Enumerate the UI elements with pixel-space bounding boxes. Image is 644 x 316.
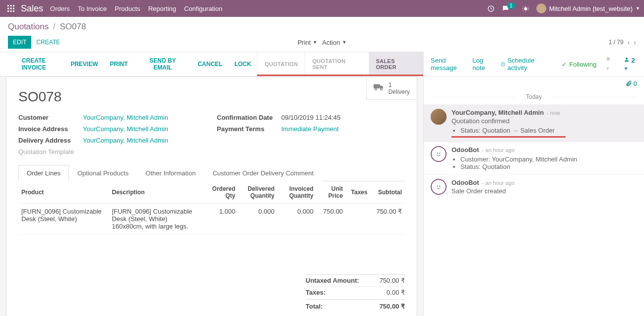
print-button[interactable]: PRINT xyxy=(104,52,134,76)
nav-products[interactable]: Products xyxy=(115,5,140,12)
chatter-topbar: Send message Log note Schedule activity … xyxy=(424,52,644,77)
svg-rect-7 xyxy=(10,10,12,12)
activity-clock-icon[interactable] xyxy=(487,5,495,12)
pay-label: Payment Terms xyxy=(217,125,281,133)
nav-to-invoice[interactable]: To Invoice xyxy=(78,5,107,12)
delivery-value[interactable]: YourCompany, Mitchell Admin xyxy=(83,137,168,144)
breadcrumb-row: Quotations / SO078 xyxy=(0,17,644,32)
nav-orders[interactable]: Orders xyxy=(50,5,70,12)
breadcrumb-sep: / xyxy=(53,22,56,31)
tab-optional-products[interactable]: Optional Products xyxy=(69,165,137,181)
user-menu[interactable]: Mitchell Admin (test_website) ▼ xyxy=(536,3,640,13)
topbar-right: 1 Mitchell Admin (test_website) ▼ xyxy=(487,3,640,13)
msg-time: - an hour ago xyxy=(482,180,515,186)
tab-order-lines[interactable]: Order Lines xyxy=(18,165,69,181)
chatter-icons-row: 0 xyxy=(424,77,644,88)
create-invoice-button[interactable]: CREATE INVOICE xyxy=(3,52,64,76)
svg-point-15 xyxy=(626,58,628,60)
msg-text: Quotation confirmed xyxy=(451,117,637,125)
total-row-grand: Total: 750.00 ₹ xyxy=(306,299,405,312)
edit-button[interactable]: EDIT xyxy=(8,36,31,49)
preview-button[interactable]: PREVIEW xyxy=(64,52,104,76)
field-confirmation-date: Confirmation Date 09/10/2019 11:24:45 xyxy=(217,114,386,121)
msg-bullet: Status: Quotation → Sales Order xyxy=(460,127,637,134)
stat-buttons: 1 Delivery xyxy=(366,77,417,100)
user-label: Mitchell Admin (test_website) xyxy=(549,5,633,12)
svg-rect-8 xyxy=(13,10,14,12)
pager-prev-icon[interactable]: ‹ xyxy=(628,38,630,46)
attachment-count[interactable]: 0 xyxy=(626,80,637,87)
msg-time: - an hour ago xyxy=(482,147,515,153)
cell-ordered: 1.000 xyxy=(204,204,238,235)
svg-rect-3 xyxy=(7,8,9,9)
svg-point-18 xyxy=(439,153,440,154)
annotation-underline xyxy=(257,75,423,76)
log-note-button[interactable]: Log note xyxy=(472,57,492,72)
status-quotation[interactable]: QUOTATION xyxy=(257,52,305,76)
nav-reporting[interactable]: Reporting xyxy=(148,5,176,12)
schedule-activity-button[interactable]: Schedule activity xyxy=(501,57,544,72)
stat-delivery-button[interactable]: 1 Delivery xyxy=(367,77,417,99)
debug-icon[interactable] xyxy=(522,5,529,12)
follower-count[interactable]: 2 ▼ xyxy=(624,57,637,72)
pager-next-icon[interactable]: › xyxy=(634,38,636,46)
field-payment-terms: Payment Terms Immediate Payment xyxy=(217,125,386,133)
print-dropdown[interactable]: Print ▼ xyxy=(298,39,318,46)
control-row: EDIT CREATE Print ▼ Action ▼ 1 / 79 ‹ › xyxy=(0,32,644,52)
nav-configuration[interactable]: Configuration xyxy=(184,5,222,12)
following-button[interactable]: ✓ Following xyxy=(562,61,596,68)
delivery-count: 1 xyxy=(388,81,392,88)
apps-launcher-icon[interactable] xyxy=(4,4,18,12)
lock-button[interactable]: LOCK xyxy=(228,52,257,76)
status-quotation-sent[interactable]: QUOTATION SENT xyxy=(305,52,368,76)
pay-value[interactable]: Immediate Payment xyxy=(281,125,339,133)
chat-icon[interactable]: 1 xyxy=(502,4,515,12)
svg-point-21 xyxy=(439,185,440,186)
tab-other-information[interactable]: Other Information xyxy=(137,165,204,181)
th-invoiced: Invoiced Quantity xyxy=(277,181,317,204)
untaxed-label: Untaxed Amount: xyxy=(306,277,359,284)
create-button[interactable]: CREATE xyxy=(31,36,65,49)
chat-count-badge: 1 xyxy=(507,2,515,9)
truck-icon xyxy=(374,83,385,93)
chevron-down-icon: ▼ xyxy=(342,40,346,45)
svg-point-13 xyxy=(380,88,382,90)
tab-delivery-comment[interactable]: Customer Order Delivery Comment xyxy=(204,165,322,181)
stat-text: 1 Delivery xyxy=(388,81,410,95)
left-column: CREATE INVOICE PREVIEW PRINT SEND BY EMA… xyxy=(0,52,423,316)
field-invoice-address: Invoice Address YourCompany, Mitchell Ad… xyxy=(18,125,187,133)
send-by-email-button[interactable]: SEND BY EMAIL xyxy=(134,52,192,76)
tmpl-label: Quotation Template xyxy=(18,148,83,156)
bell-icon[interactable]: ▼ xyxy=(605,57,615,72)
total-value: 750.00 ₹ xyxy=(380,303,405,310)
svg-rect-1 xyxy=(10,5,12,6)
th-subtotal: Subtotal xyxy=(371,181,405,204)
untaxed-value: 750.00 ₹ xyxy=(380,277,405,284)
msg-bullet: Status: Quotation xyxy=(460,163,637,170)
pager-label: 1 / 79 xyxy=(609,39,624,46)
cancel-button[interactable]: CANCEL xyxy=(192,52,228,76)
msg-bullet: Customer: YourCompany, Mitchell Admin xyxy=(460,156,637,163)
table-row[interactable]: [FURN_0096] Customizable Desk (Steel, Wh… xyxy=(18,204,405,235)
user-avatar-icon xyxy=(431,109,447,125)
cell-invoiced: 0.000 xyxy=(277,204,317,235)
breadcrumb-parent[interactable]: Quotations xyxy=(8,22,49,31)
svg-point-12 xyxy=(375,88,377,90)
chatter-message: YourCompany, Mitchell Admin - nowQuotati… xyxy=(424,104,644,142)
th-unit-price: Unit Price xyxy=(317,181,346,204)
taxes-value: 0.00 ₹ xyxy=(386,289,405,296)
action-dropdown[interactable]: Action ▼ xyxy=(322,39,346,46)
svg-rect-6 xyxy=(7,10,9,12)
app-name: Sales xyxy=(21,3,43,14)
send-message-button[interactable]: Send message xyxy=(431,57,463,72)
table-header-row: Product Description Ordered Qty Delivere… xyxy=(18,181,405,204)
field-delivery-address: Delivery Address YourCompany, Mitchell A… xyxy=(18,137,187,144)
invoice-label: Invoice Address xyxy=(18,125,83,133)
breadcrumb-current: SO078 xyxy=(60,22,86,31)
invoice-value[interactable]: YourCompany, Mitchell Admin xyxy=(83,125,168,133)
status-sales-order[interactable]: SALES ORDER xyxy=(369,52,423,76)
svg-rect-0 xyxy=(7,5,9,6)
customer-value[interactable]: YourCompany, Mitchell Admin xyxy=(83,114,168,121)
cell-delivered: 0.000 xyxy=(238,204,277,235)
customer-label: Customer xyxy=(18,114,83,121)
